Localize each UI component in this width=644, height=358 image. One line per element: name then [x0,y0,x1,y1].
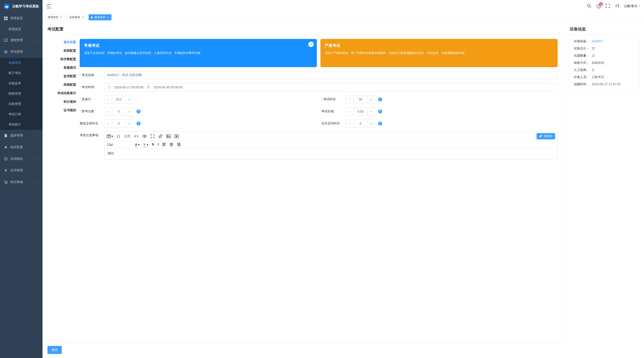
minus-button[interactable]: − [346,120,354,127]
search-button[interactable] [587,4,592,9]
sidebar-item-home-group[interactable]: 管理首页 ⌃ [0,12,42,24]
link-icon[interactable] [158,134,162,138]
paper-title-link[interactable]: test0527 [592,40,604,44]
expand-icon[interactable] [151,134,154,138]
start-time: 2024-05-27 00:00:00 [114,86,144,89]
svg-rect-17 [167,135,170,138]
snav-marking[interactable]: 阅卷配置 [51,83,76,87]
snav-points[interactable]: 积分规则 [51,100,76,104]
plus-button[interactable]: + [126,120,133,127]
brand: 云帆学习考试系统 [0,0,42,12]
snav-basic[interactable]: 基本设置 [51,40,76,44]
code-icon[interactable] [134,134,138,138]
sidebar-item-offline-exam[interactable]: 线下考试 [0,68,42,78]
svg-point-13 [598,7,599,8]
sidebar-item-marking[interactable]: 阅卷管理 [0,88,42,99]
minus-button[interactable]: − [104,120,112,127]
price-input[interactable]: − 0.00 + [346,108,375,116]
sidebar-item-course[interactable]: 课程管理 ⌄ [0,34,42,46]
text-color-button[interactable]: A ▾ [135,143,140,146]
plus-button[interactable]: + [367,96,375,103]
duration-input[interactable]: − 30 + [346,95,375,103]
info-value: 12 [592,54,595,58]
sidebar-item-exam-stats[interactable]: 考试统计 [0,120,42,130]
exam-name-input[interactable] [104,71,558,79]
min-submit-input[interactable]: − 0 + [104,120,133,128]
sidebar-item-online-proctor[interactable]: 在线监考 [0,78,42,88]
exam-type-title: 严肃考试 [325,43,553,48]
tab-label: 管理首页 [48,16,58,19]
snav-answer-mode[interactable]: 答题模式 [51,66,76,70]
late-input[interactable]: − 0 + [346,120,375,128]
label-exam-time: 考试时间 [80,85,101,89]
plus-button[interactable]: + [367,108,375,115]
sidebar-label: 考试管理 [10,50,23,54]
notification-button[interactable]: 2 [596,4,601,9]
snav-permission[interactable]: 权限配置 [51,49,76,53]
sidebar-item-quiz[interactable]: 知识竞赛 ⌄ [0,142,42,153]
bold-button[interactable]: B [152,143,154,146]
sidebar-item-online-exam[interactable]: 在线考试 [0,58,42,68]
help-icon[interactable]: ? [378,122,382,126]
pass-score-input[interactable]: − 19.2 + [104,95,133,103]
sidebar-item-activity[interactable]: 活动报名 ⌄ [0,153,42,165]
font-size-select[interactable]: 12pt ⌄ [107,142,131,147]
editor-body[interactable]: 测试 [104,148,558,160]
help-icon[interactable]: ? [378,97,382,101]
sidebar-item-exam[interactable]: 考试管理 ⌃ [0,46,42,58]
tab-home[interactable]: 管理首页 ✕ [45,14,65,20]
upload-attachment-button[interactable]: 传附件 [536,133,555,140]
minus-button[interactable]: − [104,108,112,115]
close-icon[interactable]: ✕ [82,16,84,19]
minus-button[interactable]: − [104,96,112,103]
sidebar-item-paper-mgmt[interactable]: 试卷管理 [0,99,42,109]
exam-type-normal[interactable]: ✓ 常规考试 适应于企业内训、常规的考试、提供摄像头定时拍照、人脸定时比对、常规… [80,39,317,67]
help-icon[interactable]: ? [136,122,140,126]
italic-button[interactable]: I [158,143,159,146]
sidebar-label: 阅卷管理 [8,92,21,96]
menu-toggle-button[interactable] [46,4,52,8]
sidebar-item-question-bank[interactable]: 题库管理 ⌄ [0,130,42,142]
align-left-button[interactable] [162,143,166,146]
image-icon[interactable] [166,134,170,138]
exam-type-strict[interactable]: 严肃考试 适应于严格的考试、除了普通考试具备的功能外，还提供三路音视频实时监控、… [320,39,558,67]
table-icon[interactable]: ▾ [107,134,113,138]
sidebar-item-home[interactable]: 管理首页 [0,24,42,34]
align-center-button[interactable] [170,143,173,146]
limit-input[interactable]: − 0 + [104,108,133,116]
close-icon[interactable]: ✕ [60,16,62,19]
user-menu[interactable]: 云帆考试 ▾ [624,4,640,8]
plus-button[interactable]: + [126,108,133,115]
sidebar-item-shop[interactable]: 积分商城 ⌄ [0,176,42,188]
document-icon [4,134,8,138]
tab-online-exam[interactable]: 在线考试 ✕ [67,14,86,20]
sidebar-item-exam-order[interactable]: 考试订单 [0,109,42,120]
align-right-button[interactable] [177,143,180,146]
help-icon[interactable]: ? [136,110,140,114]
save-button[interactable]: 保存 [48,346,62,354]
minus-button[interactable]: − [346,96,354,103]
video-icon[interactable] [174,134,178,138]
tab-edit-exam[interactable]: 修改考试 ✕ [88,14,112,20]
highlight-button[interactable]: ✎ ▾ [143,143,148,146]
close-icon[interactable]: ✕ [107,16,109,19]
plus-button[interactable]: + [367,120,375,127]
minus-button[interactable]: − [346,108,354,115]
label-late: 允许迟到时长 [321,122,343,126]
eye-icon[interactable] [142,134,147,138]
fullscreen-button[interactable] [606,4,611,9]
help-icon[interactable]: ? [378,110,382,114]
sidebar-label: 知识竞赛 [10,145,23,149]
sidebar-label: 证书管理 [10,168,23,172]
snav-anticheat[interactable]: 防作弊配置 [51,57,76,61]
braces-icon[interactable]: {;} [117,134,120,138]
font-size-button[interactable]: ᴛT [615,4,620,9]
info-value: 32 [592,46,595,50]
sidebar-item-cert[interactable]: 证书管理 ⌄ [0,165,42,176]
snav-cert[interactable]: 证书规则 [51,108,76,112]
snav-proctor[interactable]: 监考配置 [51,74,76,78]
exam-time-range-input[interactable]: 2024-05-27 00:00:00 至 2024-05-30 00:00:0… [104,83,558,91]
formula-button[interactable]: 公式 [124,134,130,138]
plus-button[interactable]: + [126,96,133,103]
snav-result[interactable]: 考试结果展示 [51,91,76,95]
